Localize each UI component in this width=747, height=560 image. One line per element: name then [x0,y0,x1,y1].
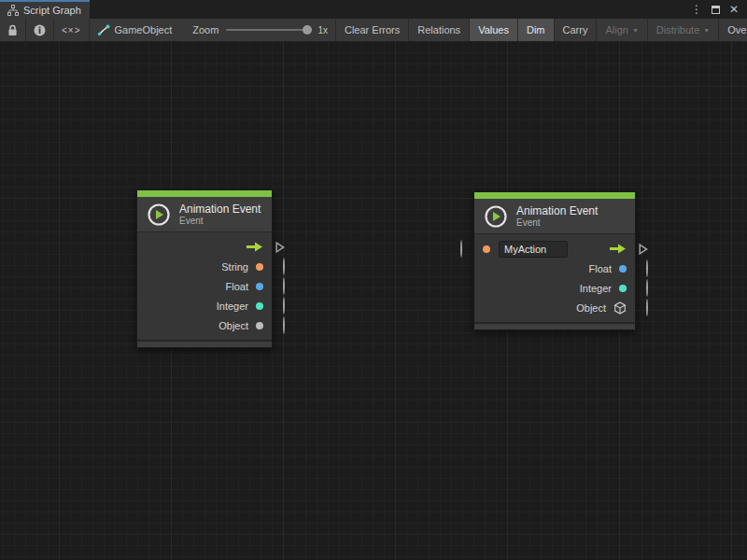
zoom-slider-handle[interactable] [303,25,312,35]
zoom-control: Zoom 1x [179,19,336,41]
node-footer [137,340,272,347]
integer-port-dot [256,302,263,310]
node-animation-event-2[interactable]: Animation Event Event [473,191,636,330]
float-output-row: Float [474,259,635,278]
tab-bar: Script Graph ⋮ ✕ [0,0,747,19]
gameobject-label: GameObject [115,24,173,35]
flow-arrow-icon [609,244,627,254]
node-body: Float Integer Object [474,234,635,322]
port-label: Integer [217,301,248,312]
node-header[interactable]: Animation Event Event [474,199,635,234]
string-input-dot [483,245,490,253]
carry-toggle[interactable]: Carry [555,19,598,41]
zoom-value: 1x [317,25,328,35]
align-dropdown[interactable]: Align ▼ [597,19,647,41]
graph-toolbar: <×> GameObject Zoom 1x Clear Errors Rela… [0,19,747,41]
node-title: Animation Event [179,203,261,216]
script-graph-window: Script Graph ⋮ ✕ [0,0,747,560]
node-body: String Float Integer Object [137,232,272,340]
info-icon [34,24,46,36]
port-label: Object [218,320,248,331]
object-port-dot [256,322,263,329]
object-output-row: Object [137,315,272,335]
string-input-port[interactable] [460,241,462,258]
overview-button[interactable]: Overv [719,19,747,41]
port-label: String [221,261,248,273]
flow-output-port[interactable] [639,244,648,255]
lock-button[interactable] [0,19,26,41]
relations-button[interactable]: Relations [409,19,470,41]
integer-output-row: Integer [137,296,272,315]
node-accent-bar [474,192,635,199]
values-toggle[interactable]: Values [470,19,518,41]
string-port-dot [256,263,263,271]
zoom-label: Zoom [192,24,218,35]
object-output-port[interactable] [646,300,648,316]
float-output-row: Float [137,276,272,296]
string-output-port[interactable] [283,259,285,275]
inspector-button[interactable] [26,19,54,41]
float-port-dot [256,283,263,290]
string-output-row: String [137,257,272,276]
integer-output-port[interactable] [646,280,648,297]
event-play-icon [484,204,508,229]
lock-icon [7,24,18,36]
port-label: Object [576,302,606,314]
script-machine-icon [97,24,110,36]
port-label: Float [589,263,612,274]
node-accent-bar [137,190,272,197]
graph-canvas[interactable]: Animation Event Event [0,41,747,560]
flow-output-row [137,237,272,257]
close-icon[interactable]: ✕ [726,2,741,17]
distribute-label: Distribute [656,24,699,35]
port-label: Float [226,281,248,292]
float-output-port[interactable] [283,278,285,295]
flow-output-port[interactable] [275,242,285,253]
node-footer [474,322,635,329]
align-label: Align [605,24,627,35]
object-output-row: Object [474,298,635,317]
tab-script-graph[interactable]: Script Graph [0,0,90,19]
dim-toggle[interactable]: Dim [518,19,555,41]
code-icon: <×> [62,25,81,35]
name-input-flow-row [474,239,635,259]
distribute-dropdown[interactable]: Distribute ▼ [648,19,719,41]
integer-output-port[interactable] [283,298,285,315]
float-output-port[interactable] [646,260,648,277]
tab-label: Script Graph [23,5,81,16]
port-label: Integer [580,283,612,294]
clear-errors-button[interactable]: Clear Errors [336,19,409,41]
node-subtitle: Event [516,217,598,229]
flow-arrow-icon [246,242,263,252]
float-port-dot [619,265,627,273]
chevron-down-icon: ▼ [632,27,639,34]
event-name-field[interactable] [499,241,568,258]
tab-bar-spacer [90,0,689,19]
graph-icon [7,5,19,16]
node-subtitle: Event [179,216,261,227]
node-title: Animation Event [516,204,598,217]
chevron-down-icon: ▼ [703,27,710,34]
integer-port-dot [619,285,627,292]
node-animation-event-1[interactable]: Animation Event Event [136,189,273,348]
event-play-icon [147,203,171,227]
window-menu-icon[interactable]: ⋮ [689,2,704,17]
integer-output-row: Integer [474,278,635,298]
object-output-port[interactable] [283,317,285,334]
code-view-button[interactable]: <×> [54,19,90,41]
maximize-icon[interactable] [708,2,723,17]
zoom-slider[interactable] [226,29,308,31]
window-controls: ⋮ ✕ [689,0,747,19]
node-header[interactable]: Animation Event Event [137,197,272,232]
gameobject-reference[interactable]: GameObject [90,19,180,41]
cube-icon [613,301,627,315]
